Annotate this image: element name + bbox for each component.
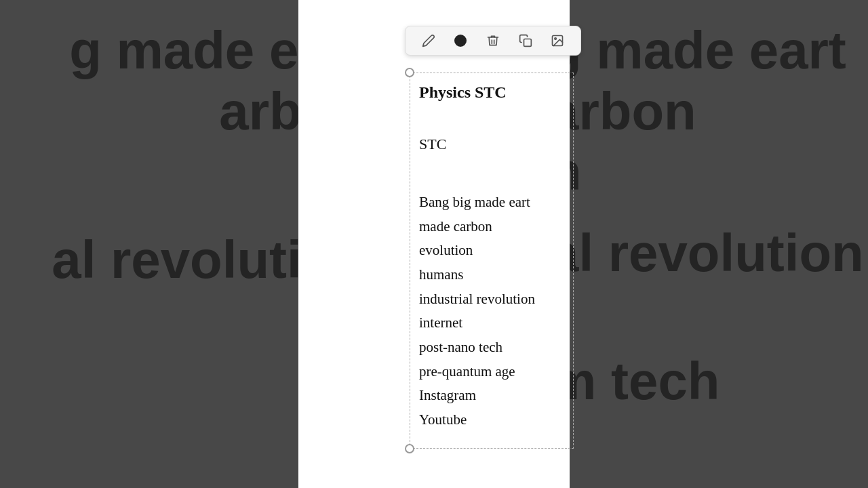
- list-item: evolution: [419, 239, 568, 263]
- list-item: made carbon: [419, 215, 568, 239]
- trash-icon[interactable]: [484, 31, 502, 50]
- content-area: Physics STC STC Bang big made eart made …: [414, 73, 574, 439]
- dot-shape: [454, 35, 467, 47]
- svg-point-2: [555, 38, 557, 40]
- list-item: humans: [419, 263, 568, 287]
- pencil-icon[interactable]: [419, 31, 438, 50]
- bg-right-text: g made eart arbon h al revolution t m te…: [570, 20, 864, 412]
- background-right: g made eart arbon h al revolution t m te…: [570, 0, 868, 488]
- heading-stc: STC: [419, 132, 568, 156]
- list-item: Instagram: [419, 384, 568, 408]
- list-item: pre-quantum age: [419, 360, 568, 384]
- copy-icon[interactable]: [516, 31, 535, 50]
- selection-handle-top[interactable]: [405, 68, 414, 77]
- list-item: Youtube: [419, 408, 568, 432]
- svg-rect-0: [524, 39, 531, 47]
- bg-left-text: g made eart arbon h al revolution: [52, 20, 298, 291]
- list-item: internet: [419, 311, 568, 336]
- heading-physics-stc: Physics STC: [419, 79, 568, 105]
- list-item: industrial revolution: [419, 287, 568, 312]
- bullet-icon[interactable]: [451, 31, 470, 50]
- background-left: g made eart arbon h al revolution: [0, 0, 298, 488]
- toolbar: [405, 26, 581, 56]
- selection-handle-bottom[interactable]: [405, 444, 414, 453]
- image-icon[interactable]: [548, 31, 567, 50]
- item-list: Bang big made eart made carbon evolution…: [419, 190, 568, 432]
- list-item: post-nano tech: [419, 336, 568, 360]
- list-item: Bang big made eart: [419, 190, 568, 215]
